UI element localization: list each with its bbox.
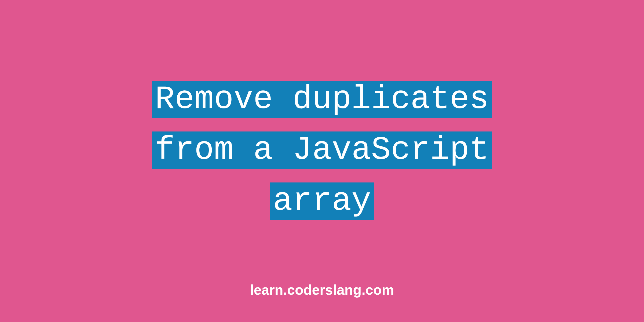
title-line-1: Remove duplicates	[152, 81, 492, 118]
footer-url: learn.coderslang.com	[0, 282, 644, 298]
title-line-3: array	[270, 182, 374, 220]
title-line-2: from a JavaScript	[152, 131, 492, 169]
page-title: Remove duplicates from a JavaScript arra…	[152, 74, 492, 226]
